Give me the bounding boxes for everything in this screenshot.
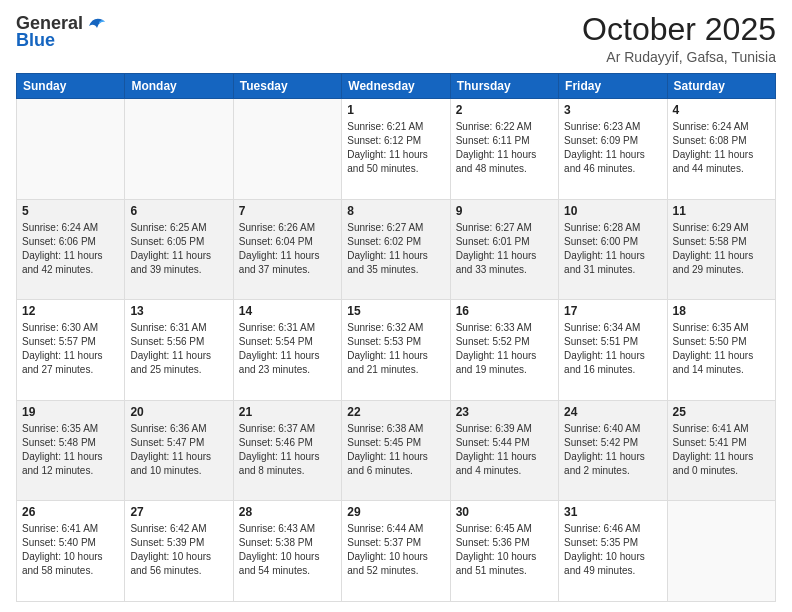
day-number: 16	[456, 304, 553, 318]
daylight-hours: Daylight: 11 hours	[456, 250, 537, 261]
day-info: Sunrise: 6:39 AMSunset: 5:44 PMDaylight:…	[456, 422, 553, 478]
day-info-continuation: and 10 minutes.	[130, 465, 201, 476]
sunrise-info: Sunrise: 6:30 AM	[22, 322, 98, 333]
daylight-hours: Daylight: 11 hours	[347, 149, 428, 160]
day-number: 14	[239, 304, 336, 318]
table-row: 12Sunrise: 6:30 AMSunset: 5:57 PMDayligh…	[17, 300, 125, 401]
day-info-continuation: and 4 minutes.	[456, 465, 522, 476]
sunrise-info: Sunrise: 6:36 AM	[130, 423, 206, 434]
sunset-info: Sunset: 5:41 PM	[673, 437, 747, 448]
table-row: 30Sunrise: 6:45 AMSunset: 5:36 PMDayligh…	[450, 501, 558, 602]
sunrise-info: Sunrise: 6:46 AM	[564, 523, 640, 534]
day-info: Sunrise: 6:32 AMSunset: 5:53 PMDaylight:…	[347, 321, 444, 377]
day-number: 9	[456, 204, 553, 218]
day-info-continuation: and 27 minutes.	[22, 364, 93, 375]
day-number: 22	[347, 405, 444, 419]
sunset-info: Sunset: 6:09 PM	[564, 135, 638, 146]
calendar-row: 12Sunrise: 6:30 AMSunset: 5:57 PMDayligh…	[17, 300, 776, 401]
day-info-continuation: and 33 minutes.	[456, 264, 527, 275]
sunset-info: Sunset: 5:54 PM	[239, 336, 313, 347]
logo: General Blue	[16, 12, 107, 51]
day-number: 13	[130, 304, 227, 318]
sunset-info: Sunset: 5:47 PM	[130, 437, 204, 448]
day-info-continuation: and 44 minutes.	[673, 163, 744, 174]
sunrise-info: Sunrise: 6:35 AM	[673, 322, 749, 333]
col-tuesday: Tuesday	[233, 74, 341, 99]
col-friday: Friday	[559, 74, 667, 99]
sunrise-info: Sunrise: 6:40 AM	[564, 423, 640, 434]
day-info-continuation: and 6 minutes.	[347, 465, 413, 476]
table-row: 3Sunrise: 6:23 AMSunset: 6:09 PMDaylight…	[559, 99, 667, 200]
table-row: 26Sunrise: 6:41 AMSunset: 5:40 PMDayligh…	[17, 501, 125, 602]
daylight-hours: Daylight: 11 hours	[22, 250, 103, 261]
sunrise-info: Sunrise: 6:41 AM	[673, 423, 749, 434]
table-row: 28Sunrise: 6:43 AMSunset: 5:38 PMDayligh…	[233, 501, 341, 602]
sunrise-info: Sunrise: 6:23 AM	[564, 121, 640, 132]
day-info-continuation: and 39 minutes.	[130, 264, 201, 275]
daylight-hours: Daylight: 11 hours	[347, 250, 428, 261]
day-info: Sunrise: 6:42 AMSunset: 5:39 PMDaylight:…	[130, 522, 227, 578]
sunset-info: Sunset: 6:02 PM	[347, 236, 421, 247]
day-info: Sunrise: 6:23 AMSunset: 6:09 PMDaylight:…	[564, 120, 661, 176]
day-info-continuation: and 2 minutes.	[564, 465, 630, 476]
day-info: Sunrise: 6:35 AMSunset: 5:48 PMDaylight:…	[22, 422, 119, 478]
table-row: 1Sunrise: 6:21 AMSunset: 6:12 PMDaylight…	[342, 99, 450, 200]
table-row: 18Sunrise: 6:35 AMSunset: 5:50 PMDayligh…	[667, 300, 775, 401]
sunset-info: Sunset: 5:48 PM	[22, 437, 96, 448]
table-row: 23Sunrise: 6:39 AMSunset: 5:44 PMDayligh…	[450, 400, 558, 501]
logo-bird-icon	[85, 12, 107, 34]
day-info-continuation: and 8 minutes.	[239, 465, 305, 476]
day-info-continuation: and 25 minutes.	[130, 364, 201, 375]
daylight-hours: Daylight: 11 hours	[456, 350, 537, 361]
daylight-hours: Daylight: 11 hours	[347, 451, 428, 462]
day-info: Sunrise: 6:41 AMSunset: 5:41 PMDaylight:…	[673, 422, 770, 478]
sunset-info: Sunset: 5:42 PM	[564, 437, 638, 448]
sunset-info: Sunset: 6:05 PM	[130, 236, 204, 247]
sunrise-info: Sunrise: 6:32 AM	[347, 322, 423, 333]
sunrise-info: Sunrise: 6:24 AM	[673, 121, 749, 132]
day-info: Sunrise: 6:43 AMSunset: 5:38 PMDaylight:…	[239, 522, 336, 578]
sunrise-info: Sunrise: 6:38 AM	[347, 423, 423, 434]
sunset-info: Sunset: 6:12 PM	[347, 135, 421, 146]
daylight-hours: Daylight: 11 hours	[130, 451, 211, 462]
table-row: 11Sunrise: 6:29 AMSunset: 5:58 PMDayligh…	[667, 199, 775, 300]
table-row: 16Sunrise: 6:33 AMSunset: 5:52 PMDayligh…	[450, 300, 558, 401]
day-info: Sunrise: 6:41 AMSunset: 5:40 PMDaylight:…	[22, 522, 119, 578]
sunrise-info: Sunrise: 6:24 AM	[22, 222, 98, 233]
day-info-continuation: and 35 minutes.	[347, 264, 418, 275]
day-info: Sunrise: 6:27 AMSunset: 6:02 PMDaylight:…	[347, 221, 444, 277]
daylight-hours: Daylight: 10 hours	[456, 551, 537, 562]
sunrise-info: Sunrise: 6:33 AM	[456, 322, 532, 333]
table-row: 31Sunrise: 6:46 AMSunset: 5:35 PMDayligh…	[559, 501, 667, 602]
day-info-continuation: and 52 minutes.	[347, 565, 418, 576]
title-section: October 2025 Ar Rudayyif, Gafsa, Tunisia	[582, 12, 776, 65]
sunrise-info: Sunrise: 6:44 AM	[347, 523, 423, 534]
table-row: 21Sunrise: 6:37 AMSunset: 5:46 PMDayligh…	[233, 400, 341, 501]
sunset-info: Sunset: 5:46 PM	[239, 437, 313, 448]
col-wednesday: Wednesday	[342, 74, 450, 99]
day-number: 2	[456, 103, 553, 117]
day-info: Sunrise: 6:22 AMSunset: 6:11 PMDaylight:…	[456, 120, 553, 176]
sunrise-info: Sunrise: 6:41 AM	[22, 523, 98, 534]
table-row: 13Sunrise: 6:31 AMSunset: 5:56 PMDayligh…	[125, 300, 233, 401]
day-info-continuation: and 23 minutes.	[239, 364, 310, 375]
day-info-continuation: and 0 minutes.	[673, 465, 739, 476]
col-sunday: Sunday	[17, 74, 125, 99]
day-info-continuation: and 49 minutes.	[564, 565, 635, 576]
sunrise-info: Sunrise: 6:26 AM	[239, 222, 315, 233]
table-row: 20Sunrise: 6:36 AMSunset: 5:47 PMDayligh…	[125, 400, 233, 501]
day-number: 15	[347, 304, 444, 318]
day-info-continuation: and 50 minutes.	[347, 163, 418, 174]
day-info: Sunrise: 6:45 AMSunset: 5:36 PMDaylight:…	[456, 522, 553, 578]
day-info: Sunrise: 6:31 AMSunset: 5:56 PMDaylight:…	[130, 321, 227, 377]
table-row: 17Sunrise: 6:34 AMSunset: 5:51 PMDayligh…	[559, 300, 667, 401]
sunset-info: Sunset: 5:39 PM	[130, 537, 204, 548]
day-info-continuation: and 46 minutes.	[564, 163, 635, 174]
day-info-continuation: and 51 minutes.	[456, 565, 527, 576]
table-row	[17, 99, 125, 200]
day-number: 17	[564, 304, 661, 318]
sunset-info: Sunset: 6:11 PM	[456, 135, 530, 146]
daylight-hours: Daylight: 11 hours	[239, 451, 320, 462]
sunrise-info: Sunrise: 6:34 AM	[564, 322, 640, 333]
sunrise-info: Sunrise: 6:31 AM	[239, 322, 315, 333]
